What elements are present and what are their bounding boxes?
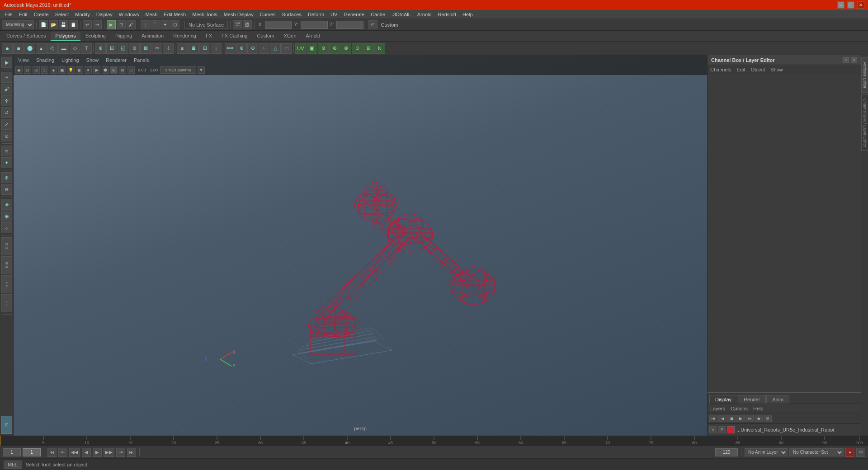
paint-tool-left[interactable]: 🖌 <box>1 84 12 94</box>
quadrangulate-button[interactable]: □ <box>281 43 292 54</box>
range-start-input[interactable] <box>3 448 21 456</box>
move-tool-left[interactable]: ✛ <box>1 95 12 106</box>
tab-xgen[interactable]: XGen <box>279 32 301 41</box>
menu-cache[interactable]: Cache <box>368 11 388 18</box>
vp-shadow-btn[interactable]: ◐ <box>76 66 83 74</box>
menu-mesh-display[interactable]: Mesh Display <box>221 11 256 18</box>
next-frame-button[interactable]: ▶▶ <box>104 448 114 457</box>
vp-menu-show[interactable]: Show <box>85 56 101 64</box>
save-scene-button[interactable]: 💾 <box>59 20 68 29</box>
y-input[interactable] <box>301 21 328 29</box>
layer-row[interactable]: V P ...Universal_Robots_UR5e_Industrial_… <box>708 425 861 435</box>
flip-triangle-button[interactable]: ↕ <box>211 43 222 54</box>
vp-select-cam-btn[interactable]: ◉ <box>15 66 23 74</box>
planar-map-button[interactable]: ▣ <box>307 43 317 54</box>
channel-box-tab-edit[interactable]: Edit <box>736 66 745 73</box>
channel-box-close-btn[interactable]: ✕ <box>851 57 857 63</box>
tab-fx[interactable]: FX <box>201 32 217 41</box>
tab-sculpting[interactable]: Sculpting <box>81 32 110 41</box>
soft-select-left[interactable]: ≋ <box>1 146 12 156</box>
insert-edge-button[interactable]: ≡ <box>177 43 188 54</box>
undo-button[interactable]: ↩ <box>83 20 92 29</box>
vp-fit-btn[interactable]: ⊡ <box>24 66 31 74</box>
render-button[interactable]: 🖼 <box>243 20 252 29</box>
last-tool-left[interactable]: ⊙ <box>1 131 12 141</box>
layer-prev-btn[interactable]: ◀ <box>718 415 726 422</box>
contour-stretch-button[interactable]: ⊝ <box>352 43 363 54</box>
menu-file[interactable]: File <box>2 11 15 18</box>
vp-menu-lighting[interactable]: Lighting <box>60 56 81 64</box>
next-key-button[interactable]: ⇥ <box>116 448 125 457</box>
menu-display[interactable]: Display <box>94 11 115 18</box>
snap-curve-button[interactable]: ⌒ <box>151 20 160 29</box>
channel-box-tab[interactable]: Channel Box / Layer Editor <box>861 94 868 151</box>
tab-animation[interactable]: Animation <box>137 32 168 41</box>
snap-surface-button[interactable]: ⬡ <box>170 20 179 29</box>
layers-help-btn[interactable]: Help <box>753 406 764 411</box>
layer-visibility-toggle[interactable]: V <box>709 426 717 433</box>
lasso-tool-left[interactable]: ⌖ <box>1 72 12 83</box>
menu-arnold[interactable]: Arnold <box>415 11 434 18</box>
bevel-button[interactable]: ◱ <box>118 43 128 54</box>
layer-color-swatch[interactable] <box>727 426 735 433</box>
spherical-map-button[interactable]: ⊛ <box>329 43 340 54</box>
crease-left[interactable]: ◈ <box>1 199 12 210</box>
close-button[interactable]: ✕ <box>857 1 864 9</box>
vp-menu-panels[interactable]: Panels <box>132 56 151 64</box>
combine-button[interactable]: ⊕ <box>236 43 247 54</box>
layer-end-btn[interactable]: ⏭ <box>745 415 754 422</box>
fwd-to-end-button[interactable]: ⏭ <box>127 448 136 457</box>
dr-tab-display[interactable]: Display <box>709 395 737 404</box>
menu-uv[interactable]: UV <box>328 11 340 18</box>
menu-windows[interactable]: Windows <box>116 11 142 18</box>
prev-key-button[interactable]: ⇤ <box>58 448 67 457</box>
snap-point-button[interactable]: ✦ <box>160 20 170 29</box>
viewport[interactable]: View Shading Lighting Show Renderer Pane… <box>14 55 707 436</box>
connect-button[interactable]: ⊹ <box>163 43 174 54</box>
menu-edit[interactable]: Edit <box>16 11 30 18</box>
layer-key-btn[interactable]: ◆ <box>755 415 763 422</box>
vp-huds-btn[interactable]: ⊠ <box>119 66 126 74</box>
rewind-to-start-button[interactable]: ⏮ <box>47 448 57 457</box>
channel-box-tab-object[interactable]: Object <box>750 66 765 73</box>
collapse-edge-button[interactable]: ⊟ <box>199 43 210 54</box>
channel-box-tab-show[interactable]: Show <box>770 66 783 73</box>
uv-editor-button[interactable]: UV <box>295 43 306 54</box>
dr-tab-anim[interactable]: Anim <box>766 395 789 404</box>
tool-group-1[interactable]: ⊡ ⊡ <box>1 237 12 255</box>
menu-generate[interactable]: Generate <box>341 11 367 18</box>
menu-mesh-tools[interactable]: Mesh Tools <box>189 11 220 18</box>
vp-menu-shading[interactable]: Shading <box>34 56 56 64</box>
multi-cut-button[interactable]: ✂ <box>151 43 162 54</box>
range-end-input[interactable] <box>715 448 738 456</box>
auto-key-button[interactable]: ● <box>845 448 854 457</box>
poly-sphere-button[interactable]: ● <box>2 43 13 54</box>
sculpt-left[interactable]: ⬦ <box>1 222 12 233</box>
channel-box-float-btn[interactable]: ↗ <box>843 57 849 63</box>
menu-edit-mesh[interactable]: Edit Mesh <box>161 11 189 18</box>
tab-rigging[interactable]: Rigging <box>111 32 137 41</box>
select-tool-left[interactable]: ▶ <box>1 57 12 68</box>
poly-plane-button[interactable]: ▬ <box>58 43 69 54</box>
tab-curves-surfaces[interactable]: Curves / Surfaces <box>2 32 50 41</box>
bottom-left-icon[interactable]: ⊡ <box>1 416 12 434</box>
construction-history-button[interactable]: ⏲ <box>368 20 377 29</box>
layout-uvs-button[interactable]: ⊞ <box>363 43 374 54</box>
show-manip-left[interactable]: ⊕ <box>1 172 12 183</box>
vp-iso-btn[interactable]: ⬢ <box>102 66 109 74</box>
layer-rewind-btn[interactable]: ⏮ <box>709 415 717 422</box>
fill-hole-button[interactable]: ⊠ <box>140 43 151 54</box>
play-fwd-button[interactable]: ▶ <box>93 448 102 457</box>
render-settings-button[interactable]: 🎬 <box>233 20 242 29</box>
extrude-button[interactable]: ⊕ <box>95 43 106 54</box>
z-input[interactable] <box>336 21 363 29</box>
lasso-select-button[interactable]: ⊡ <box>117 20 126 29</box>
options-btn[interactable]: Options <box>731 406 748 411</box>
menu-redshift[interactable]: Redshift <box>435 11 459 18</box>
bridge-button[interactable]: ⊞ <box>106 43 117 54</box>
tab-arnold[interactable]: Arnold <box>302 32 325 41</box>
vp-color-management-btn[interactable]: sRGB gamma <box>160 66 196 74</box>
menu-curves[interactable]: Curves <box>257 11 278 18</box>
tab-rendering[interactable]: Rendering <box>169 32 201 41</box>
poly-cylinder-button[interactable]: ⬤ <box>24 43 35 54</box>
